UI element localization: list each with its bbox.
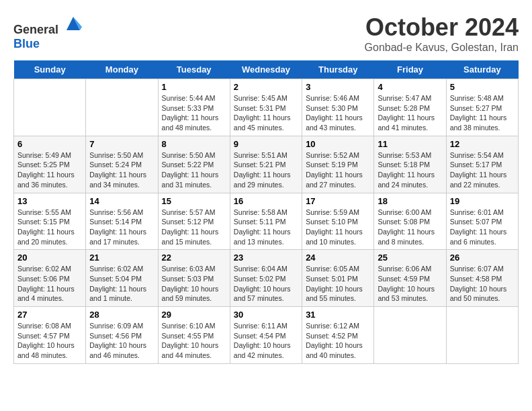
day-header-friday: Friday (374, 60, 446, 79)
day-detail: Sunrise: 5:50 AMSunset: 5:24 PMDaylight:… (89, 150, 154, 190)
day-detail: Sunrise: 6:01 AMSunset: 5:07 PMDaylight:… (450, 208, 515, 247)
logo-general: General (13, 23, 58, 36)
day-detail: Sunrise: 5:59 AMSunset: 5:10 PMDaylight:… (306, 208, 370, 247)
calendar-cell: 4Sunrise: 5:47 AMSunset: 5:28 PMDaylight… (374, 79, 446, 136)
day-number: 28 (89, 310, 154, 320)
day-detail: Sunrise: 6:00 AMSunset: 5:08 PMDaylight:… (378, 208, 442, 247)
day-detail: Sunrise: 5:55 AMSunset: 5:15 PMDaylight:… (17, 208, 82, 247)
calendar-cell: 19Sunrise: 6:01 AMSunset: 5:07 PMDayligh… (446, 193, 518, 250)
day-detail: Sunrise: 5:45 AMSunset: 5:31 PMDaylight:… (234, 93, 298, 133)
logo-blue: Blue (13, 37, 40, 50)
calendar-cell: 5Sunrise: 5:48 AMSunset: 5:27 PMDaylight… (446, 79, 518, 136)
calendar-cell: 18Sunrise: 6:00 AMSunset: 5:08 PMDayligh… (374, 193, 446, 250)
day-detail: Sunrise: 5:56 AMSunset: 5:14 PMDaylight:… (89, 208, 154, 247)
calendar-cell: 24Sunrise: 6:05 AMSunset: 5:01 PMDayligh… (302, 250, 374, 307)
day-number: 3 (306, 82, 370, 92)
calendar-cell: 9Sunrise: 5:51 AMSunset: 5:21 PMDaylight… (230, 136, 302, 193)
day-detail: Sunrise: 6:02 AMSunset: 5:04 PMDaylight:… (89, 264, 154, 304)
day-detail: Sunrise: 6:05 AMSunset: 5:01 PMDaylight:… (306, 264, 370, 304)
day-detail: Sunrise: 6:04 AMSunset: 5:02 PMDaylight:… (234, 264, 298, 304)
calendar-header-row: SundayMondayTuesdayWednesdayThursdayFrid… (14, 60, 519, 79)
logo: General Blue (13, 13, 83, 51)
day-number: 1 (162, 82, 226, 92)
calendar-table: SundayMondayTuesdayWednesdayThursdayFrid… (13, 60, 519, 364)
day-number: 21 (89, 253, 154, 263)
title-area: October 2024 Gonbad-e Kavus, Golestan, I… (365, 13, 519, 54)
calendar-cell (86, 79, 158, 136)
calendar-week-row: 20Sunrise: 6:02 AMSunset: 5:06 PMDayligh… (14, 250, 519, 307)
day-detail: Sunrise: 6:07 AMSunset: 4:58 PMDaylight:… (450, 264, 515, 304)
day-number: 16 (234, 196, 298, 206)
day-number: 23 (234, 253, 298, 263)
day-detail: Sunrise: 5:47 AMSunset: 5:28 PMDaylight:… (378, 93, 442, 133)
calendar-cell (14, 79, 86, 136)
calendar-week-row: 13Sunrise: 5:55 AMSunset: 5:15 PMDayligh… (14, 193, 519, 250)
calendar-cell: 25Sunrise: 6:06 AMSunset: 4:59 PMDayligh… (374, 250, 446, 307)
day-number: 7 (89, 139, 154, 149)
day-detail: Sunrise: 5:49 AMSunset: 5:25 PMDaylight:… (17, 150, 82, 190)
day-number: 18 (378, 196, 442, 206)
calendar-cell: 29Sunrise: 6:10 AMSunset: 4:55 PMDayligh… (158, 307, 230, 364)
calendar-week-row: 27Sunrise: 6:08 AMSunset: 4:57 PMDayligh… (14, 307, 519, 364)
day-detail: Sunrise: 6:09 AMSunset: 4:56 PMDaylight:… (89, 321, 154, 361)
day-number: 13 (17, 196, 82, 206)
day-number: 8 (162, 139, 226, 149)
day-number: 10 (306, 139, 370, 149)
day-number: 24 (306, 253, 370, 263)
day-detail: Sunrise: 5:53 AMSunset: 5:18 PMDaylight:… (378, 150, 442, 190)
logo-icon (63, 13, 83, 34)
calendar-cell: 31Sunrise: 6:12 AMSunset: 4:52 PMDayligh… (302, 307, 374, 364)
calendar-cell: 27Sunrise: 6:08 AMSunset: 4:57 PMDayligh… (14, 307, 86, 364)
day-number: 22 (162, 253, 226, 263)
calendar-cell: 28Sunrise: 6:09 AMSunset: 4:56 PMDayligh… (86, 307, 158, 364)
day-detail: Sunrise: 6:03 AMSunset: 5:03 PMDaylight:… (162, 264, 226, 304)
day-number: 17 (306, 196, 370, 206)
day-number: 30 (234, 310, 298, 320)
day-detail: Sunrise: 6:12 AMSunset: 4:52 PMDaylight:… (306, 321, 370, 361)
day-detail: Sunrise: 5:48 AMSunset: 5:27 PMDaylight:… (450, 93, 515, 133)
day-number: 27 (17, 310, 82, 320)
calendar-cell: 13Sunrise: 5:55 AMSunset: 5:15 PMDayligh… (14, 193, 86, 250)
calendar-cell (374, 307, 446, 364)
day-detail: Sunrise: 6:10 AMSunset: 4:55 PMDaylight:… (162, 321, 226, 361)
calendar-cell: 2Sunrise: 5:45 AMSunset: 5:31 PMDaylight… (230, 79, 302, 136)
calendar-cell: 10Sunrise: 5:52 AMSunset: 5:19 PMDayligh… (302, 136, 374, 193)
day-number: 2 (234, 82, 298, 92)
calendar-cell: 14Sunrise: 5:56 AMSunset: 5:14 PMDayligh… (86, 193, 158, 250)
location-title: Gonbad-e Kavus, Golestan, Iran (365, 42, 519, 54)
day-detail: Sunrise: 6:02 AMSunset: 5:06 PMDaylight:… (17, 264, 82, 304)
day-header-wednesday: Wednesday (230, 60, 302, 79)
day-header-saturday: Saturday (446, 60, 518, 79)
calendar-cell: 12Sunrise: 5:54 AMSunset: 5:17 PMDayligh… (446, 136, 518, 193)
day-number: 20 (17, 253, 82, 263)
day-detail: Sunrise: 5:51 AMSunset: 5:21 PMDaylight:… (234, 150, 298, 190)
day-number: 15 (162, 196, 226, 206)
calendar-cell: 23Sunrise: 6:04 AMSunset: 5:02 PMDayligh… (230, 250, 302, 307)
day-number: 25 (378, 253, 442, 263)
logo-text: General Blue (13, 13, 83, 51)
calendar-cell (446, 307, 518, 364)
day-detail: Sunrise: 5:52 AMSunset: 5:19 PMDaylight:… (306, 150, 370, 190)
day-detail: Sunrise: 6:06 AMSunset: 4:59 PMDaylight:… (378, 264, 442, 304)
day-header-thursday: Thursday (302, 60, 374, 79)
calendar-week-row: 6Sunrise: 5:49 AMSunset: 5:25 PMDaylight… (14, 136, 519, 193)
day-header-tuesday: Tuesday (158, 60, 230, 79)
day-number: 19 (450, 196, 515, 206)
day-number: 11 (378, 139, 442, 149)
month-title: October 2024 (365, 13, 519, 42)
calendar-cell: 6Sunrise: 5:49 AMSunset: 5:25 PMDaylight… (14, 136, 86, 193)
calendar-week-row: 1Sunrise: 5:44 AMSunset: 5:33 PMDaylight… (14, 79, 519, 136)
day-detail: Sunrise: 5:46 AMSunset: 5:30 PMDaylight:… (306, 93, 370, 133)
day-number: 5 (450, 82, 515, 92)
day-detail: Sunrise: 5:57 AMSunset: 5:12 PMDaylight:… (162, 208, 226, 247)
day-number: 12 (450, 139, 515, 149)
calendar-cell: 7Sunrise: 5:50 AMSunset: 5:24 PMDaylight… (86, 136, 158, 193)
calendar-cell: 8Sunrise: 5:50 AMSunset: 5:22 PMDaylight… (158, 136, 230, 193)
calendar-cell: 22Sunrise: 6:03 AMSunset: 5:03 PMDayligh… (158, 250, 230, 307)
day-number: 4 (378, 82, 442, 92)
day-header-sunday: Sunday (14, 60, 86, 79)
day-number: 31 (306, 310, 370, 320)
day-header-monday: Monday (86, 60, 158, 79)
calendar-cell: 17Sunrise: 5:59 AMSunset: 5:10 PMDayligh… (302, 193, 374, 250)
day-number: 29 (162, 310, 226, 320)
